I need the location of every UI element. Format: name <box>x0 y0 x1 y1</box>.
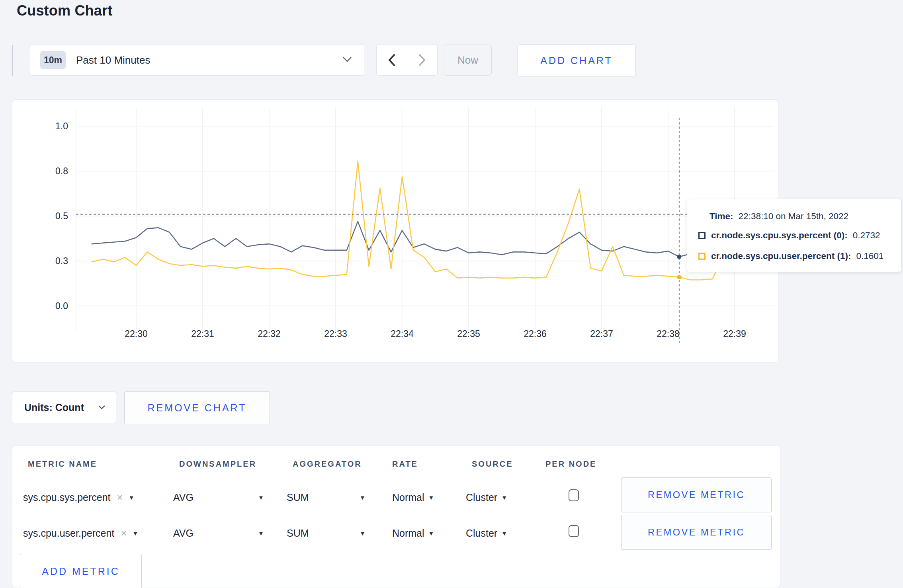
page-title: Custom Chart <box>17 2 112 19</box>
timeseries-chart[interactable]: 0.00.30.50.81.022:3022:3122:3222:3322:34… <box>12 100 779 363</box>
next-time-button[interactable] <box>407 45 438 75</box>
col-header-rate: RATE <box>392 459 418 469</box>
series-swatch-user-icon <box>698 253 706 260</box>
caret-down-icon: ▼ <box>428 530 434 537</box>
x-tick-label: 22:31 <box>191 329 214 339</box>
caret-down-icon: ▼ <box>132 530 138 537</box>
caret-down-icon[interactable]: ▼ <box>360 494 366 501</box>
caret-down-icon: ▼ <box>501 494 507 501</box>
time-window-dropdown[interactable]: 10m Past 10 Minutes <box>30 45 364 76</box>
rate-value: Normal <box>392 528 424 539</box>
tooltip-series-value: 0.1601 <box>856 251 883 261</box>
chevron-down-icon <box>98 404 106 411</box>
remove-chart-button[interactable]: REMOVE CHART <box>124 391 270 424</box>
aggregator-value: SUM <box>287 492 309 503</box>
x-tick-label: 22:32 <box>258 329 281 339</box>
downsampler-select[interactable]: AVG <box>173 524 194 542</box>
chevron-down-icon <box>342 56 352 64</box>
aggregator-value: SUM <box>287 528 309 539</box>
chevron-left-icon <box>388 54 395 66</box>
metric-name-value: sys.cpu.user.percent <box>23 528 114 539</box>
clear-metric-icon[interactable]: × <box>117 491 123 504</box>
caret-down-icon: ▼ <box>129 494 135 501</box>
units-dropdown[interactable]: Units: Count <box>12 391 116 423</box>
x-tick-label: 22:35 <box>457 329 480 339</box>
metric-name-select[interactable]: sys.cpu.user.percent × ▼ <box>23 524 138 542</box>
aggregator-select[interactable]: SUM <box>287 524 309 542</box>
metric-name-value: sys.cpu.sys.percent <box>23 492 111 503</box>
col-header-metric-name: METRIC NAME <box>28 459 97 469</box>
hover-dot-sys <box>677 255 681 259</box>
col-header-source: SOURCE <box>472 459 513 469</box>
x-tick-label: 22:38 <box>657 329 680 339</box>
y-tick-label: 0.0 <box>55 301 68 311</box>
rate-select[interactable]: Normal ▼ <box>392 524 434 542</box>
time-nav-group <box>376 45 438 76</box>
y-tick-label: 1.0 <box>55 121 68 131</box>
chevron-right-icon <box>418 54 426 66</box>
y-tick-label: 0.3 <box>55 256 68 266</box>
source-value: Cluster <box>466 492 497 503</box>
downsampler-value: AVG <box>173 492 194 503</box>
caret-down-icon: ▼ <box>501 530 507 537</box>
source-select[interactable]: Cluster ▼ <box>466 489 507 506</box>
caret-down-icon[interactable]: ▼ <box>360 530 366 537</box>
prev-time-button[interactable] <box>377 45 407 75</box>
aggregator-select[interactable]: SUM <box>287 489 309 506</box>
col-header-downsampler: DOWNSAMPLER <box>179 459 256 469</box>
remove-metric-button[interactable]: REMOVE METRIC <box>621 477 772 512</box>
chart-tooltip: Time: 22:38:10 on Mar 15th, 2022 cr.node… <box>687 199 901 272</box>
source-value: Cluster <box>466 528 497 539</box>
tooltip-series-name: cr.node.sys.cpu.sys.percent (0): <box>711 230 848 241</box>
time-selector-divider <box>12 45 13 76</box>
chart-card: 0.00.30.50.81.022:3022:3122:3222:3322:34… <box>12 99 778 363</box>
time-window-label: Past 10 Minutes <box>76 54 150 66</box>
series-line-cr.node.sys.cpu.sys.percent <box>92 222 746 257</box>
now-button[interactable]: Now <box>444 45 492 76</box>
x-tick-label: 22:34 <box>391 329 414 339</box>
tooltip-series-name: cr.node.sys.cpu.user.percent (1): <box>711 251 851 261</box>
downsampler-value: AVG <box>173 528 194 539</box>
add-metric-button[interactable]: ADD METRIC <box>20 554 142 588</box>
x-tick-label: 22:37 <box>590 329 613 339</box>
x-tick-label: 22:30 <box>125 329 148 339</box>
col-header-per-node: PER NODE <box>545 459 596 469</box>
caret-down-icon: ▼ <box>428 494 434 501</box>
downsampler-select[interactable]: AVG <box>173 489 194 506</box>
x-tick-label: 22:33 <box>324 329 347 339</box>
rate-value: Normal <box>392 492 424 503</box>
metric-name-select[interactable]: sys.cpu.sys.percent × ▼ <box>23 489 135 506</box>
caret-down-icon[interactable]: ▼ <box>258 494 264 501</box>
per-node-checkbox[interactable] <box>569 525 579 537</box>
series-line-cr.node.sys.cpu.user.percent <box>92 161 746 280</box>
series-swatch-sys-icon <box>698 232 706 239</box>
tooltip-series-value: 0.2732 <box>853 230 880 241</box>
rate-select[interactable]: Normal ▼ <box>392 489 434 506</box>
y-tick-label: 0.5 <box>55 211 68 221</box>
x-tick-label: 22:39 <box>723 329 746 339</box>
x-tick-label: 22:36 <box>524 329 547 339</box>
clear-metric-icon[interactable]: × <box>121 527 127 539</box>
per-node-checkbox[interactable] <box>569 489 579 501</box>
add-chart-button[interactable]: ADD CHART <box>518 45 635 76</box>
tooltip-time-value: 22:38:10 on Mar 15th, 2022 <box>739 211 848 222</box>
y-tick-label: 0.8 <box>55 166 68 176</box>
hover-dot-user <box>677 275 681 279</box>
tooltip-time-label: Time: <box>710 211 733 222</box>
source-select[interactable]: Cluster ▼ <box>466 524 507 542</box>
remove-metric-button[interactable]: REMOVE METRIC <box>621 515 772 550</box>
col-header-aggregator: AGGREGATOR <box>293 459 362 469</box>
caret-down-icon[interactable]: ▼ <box>258 530 264 537</box>
time-window-badge: 10m <box>40 51 66 69</box>
units-label: Units: Count <box>24 402 84 413</box>
